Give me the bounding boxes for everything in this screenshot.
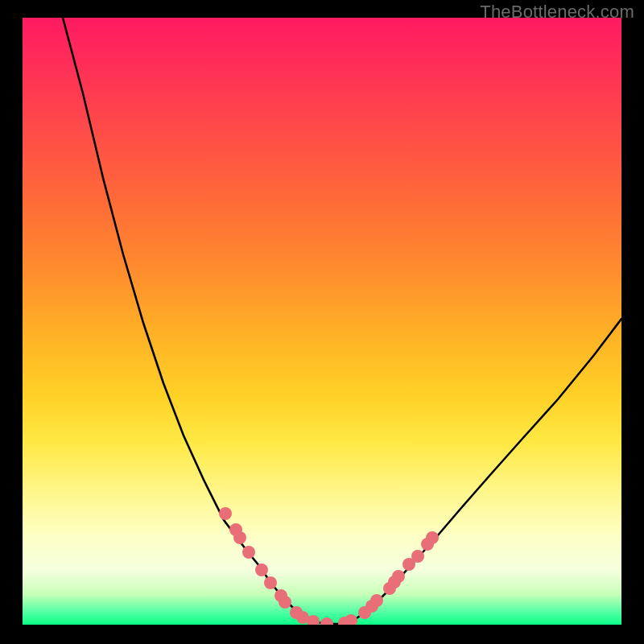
marker-dot [279,596,291,609]
marker-dot [426,531,439,544]
marker-dot [411,550,424,563]
marker-dot [233,531,246,544]
marker-dots [219,507,439,625]
marker-dot [219,507,232,520]
marker-dot [370,594,383,607]
bottleneck-curve [23,18,621,625]
marker-dot [242,546,255,559]
chart-frame: TheBottleneck.com [0,0,644,644]
marker-dot [320,617,333,625]
watermark-text: TheBottleneck.com [480,2,634,23]
valley-line [63,18,621,624]
marker-dot [264,576,277,589]
marker-dot [392,570,405,583]
marker-dot [255,564,268,576]
plot-area [23,18,621,625]
marker-dot [345,614,357,625]
line-group [63,18,621,624]
